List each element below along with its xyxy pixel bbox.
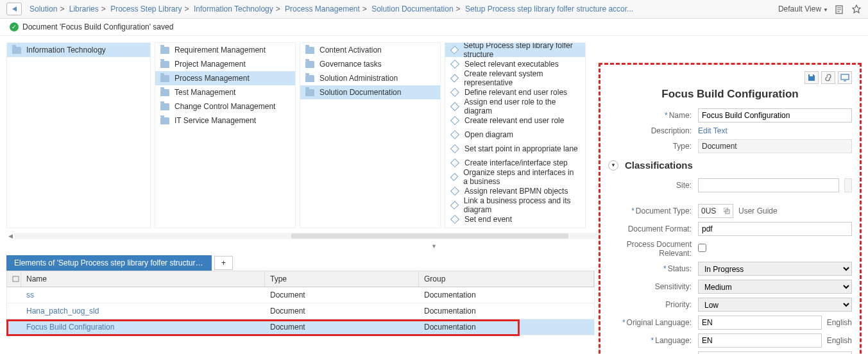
col-name[interactable]: Name xyxy=(21,271,265,287)
export-icon[interactable] xyxy=(835,4,845,14)
row-name-link[interactable]: Hana_patch_uog_sld xyxy=(21,303,265,319)
process-icon xyxy=(450,116,459,125)
docformat-input[interactable] xyxy=(698,222,852,236)
column-2[interactable]: Requirement Management Project Managemen… xyxy=(155,42,296,228)
column-3[interactable]: Content Activation Governance tasks Solu… xyxy=(300,42,441,228)
chevron-down-icon: ▼ xyxy=(823,7,828,13)
view-selector[interactable]: Default View▼ xyxy=(778,4,828,13)
field-site: Site: xyxy=(608,178,852,192)
field-doctype: *Document Type: 0US User Guide xyxy=(608,204,852,218)
folder-item[interactable]: Solution Administration xyxy=(300,71,440,85)
process-icon xyxy=(450,173,459,181)
field-docformat: Document Format: xyxy=(608,222,852,236)
elements-pane: Elements of 'Setup Process step library … xyxy=(6,255,595,354)
table-row[interactable]: Focus Build Configuration Document Docum… xyxy=(6,319,595,335)
crumb[interactable]: Process Management xyxy=(285,4,360,13)
origlang-input[interactable] xyxy=(698,316,822,330)
process-item[interactable]: Link a business process and its diagram xyxy=(445,198,585,212)
crumb[interactable]: Libraries xyxy=(69,4,99,13)
back-button[interactable] xyxy=(6,3,22,15)
crumb[interactable]: Solution Documentation xyxy=(371,4,453,13)
collapse-button[interactable]: ▼ xyxy=(608,160,618,171)
col-group[interactable]: Group xyxy=(419,271,594,287)
process-item[interactable]: Set end event xyxy=(445,212,585,226)
crumb[interactable]: Process Step Library xyxy=(110,4,182,13)
process-item[interactable]: Create relevant end user role xyxy=(445,114,585,128)
more-indicator[interactable]: ⋯ xyxy=(445,226,585,228)
name-input[interactable] xyxy=(698,108,852,122)
status-bar: ✓ Document 'Focus Build Configuration' s… xyxy=(0,19,868,36)
process-icon xyxy=(450,74,459,83)
field-keywords: Keywords: xyxy=(608,351,852,354)
folder-item[interactable]: Governance tasks xyxy=(300,57,440,71)
process-item[interactable]: Assign end user role to the diagram xyxy=(445,99,585,114)
crumb[interactable]: Information Technology xyxy=(194,4,273,13)
process-icon xyxy=(450,102,459,111)
edit-text-link[interactable]: Edit Text xyxy=(698,126,728,135)
folder-item[interactable]: Solution Documentation xyxy=(300,85,440,99)
priority-select[interactable]: Low xyxy=(698,298,852,312)
folder-icon xyxy=(305,47,314,54)
procdoc-checkbox[interactable] xyxy=(698,244,706,252)
column-4[interactable]: Setup Process step library folfer struct… xyxy=(445,42,586,228)
type-value: Document xyxy=(698,139,852,153)
table-row[interactable]: ss Document Documentation xyxy=(6,287,595,303)
add-tab-button[interactable]: + xyxy=(214,256,233,270)
field-name: *Name: xyxy=(608,108,852,122)
classifications-header: ▼ Classifications xyxy=(608,160,852,171)
folder-item[interactable]: Content Activation xyxy=(300,43,440,57)
field-sensitivity: Sensitivity: Medium xyxy=(608,280,852,294)
process-item[interactable]: Open diagram xyxy=(445,128,585,142)
svg-rect-2 xyxy=(841,74,849,80)
folder-icon xyxy=(305,75,314,82)
column-1[interactable]: Information Technology xyxy=(6,42,151,228)
process-item[interactable]: Create relevant system representative xyxy=(445,71,585,85)
crumb-current[interactable]: Setup Process step library folfer struct… xyxy=(465,4,633,13)
scroll-left-icon[interactable]: ◀ xyxy=(6,233,14,239)
folder-icon xyxy=(305,89,314,96)
row-name-link[interactable]: Focus Build Configuration xyxy=(21,319,265,335)
folder-item[interactable]: Information Technology xyxy=(7,43,150,57)
save-button[interactable] xyxy=(804,71,819,84)
crumb[interactable]: Solution xyxy=(30,4,57,13)
link-button[interactable] xyxy=(821,71,835,84)
process-item[interactable]: Set start point in appropriate lane xyxy=(445,142,585,156)
table-header: Name Type Group xyxy=(6,271,595,287)
row-group: Documentation xyxy=(419,287,594,303)
process-icon xyxy=(450,187,459,196)
svg-rect-1 xyxy=(13,276,19,282)
site-text xyxy=(844,178,852,192)
site-input[interactable] xyxy=(698,178,839,192)
folder-icon xyxy=(160,117,169,124)
folder-item[interactable]: Requirement Management xyxy=(155,43,295,57)
field-priority: Priority: Low xyxy=(608,298,852,312)
section-title: Classifications xyxy=(625,160,693,171)
row-name-link[interactable]: ss xyxy=(21,287,265,303)
detail-toolbar xyxy=(608,71,852,84)
folder-item[interactable]: Test Management xyxy=(155,85,295,99)
tab-row: Elements of 'Setup Process step library … xyxy=(6,255,595,271)
folder-icon xyxy=(160,61,169,68)
process-item[interactable]: Organize steps and interfaces in a busin… xyxy=(445,170,585,184)
sensitivity-select[interactable]: Medium xyxy=(698,280,852,294)
folder-item[interactable]: Process Management xyxy=(155,71,295,85)
favorite-icon[interactable] xyxy=(851,4,862,14)
col-type[interactable]: Type xyxy=(265,271,419,287)
field-type: Type: Document xyxy=(608,139,852,153)
table-row[interactable]: Hana_patch_uog_sld Document Documentatio… xyxy=(6,303,595,319)
folder-item[interactable]: IT Service Management xyxy=(155,114,295,128)
process-item[interactable]: Setup Process step library folfer struct… xyxy=(445,43,585,57)
doctype-input[interactable]: 0US xyxy=(698,204,733,218)
scroll-thumb[interactable] xyxy=(291,233,568,239)
origlang-text: English xyxy=(827,318,852,327)
status-select[interactable]: In Progress xyxy=(698,262,852,276)
screen-button[interactable] xyxy=(838,71,852,84)
field-origlang: *Original Language: English xyxy=(608,316,852,330)
tab-elements[interactable]: Elements of 'Setup Process step library … xyxy=(6,255,212,271)
selected-row-wrapper: Focus Build Configuration Document Docum… xyxy=(6,319,595,335)
keywords-input[interactable] xyxy=(698,351,852,354)
folder-item[interactable]: Change Control Management xyxy=(155,99,295,114)
folder-item[interactable]: Project Management xyxy=(155,57,295,71)
lang-input[interactable] xyxy=(698,333,822,348)
process-icon xyxy=(450,88,459,97)
